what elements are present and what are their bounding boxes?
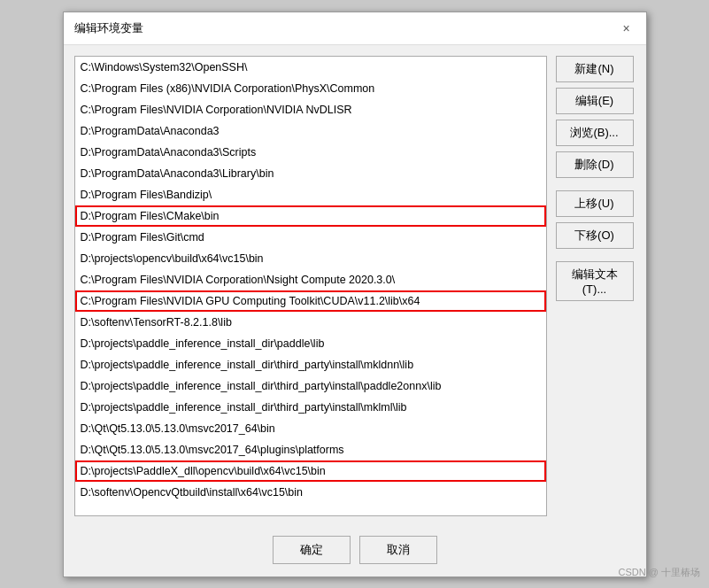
title-bar: 编辑环境变量 × bbox=[64, 12, 646, 45]
dialog-content: C:\Windows\System32\OpenSSH\C:\Program F… bbox=[64, 45, 646, 527]
delete-button[interactable]: 删除(D) bbox=[556, 151, 634, 178]
list-item[interactable]: D:\projects\paddle_inference_install_dir… bbox=[75, 397, 546, 418]
move-up-button[interactable]: 上移(U) bbox=[556, 190, 634, 217]
close-button[interactable]: × bbox=[618, 19, 636, 37]
list-item[interactable]: D:\ProgramData\Anaconda3\Library\bin bbox=[75, 163, 546, 184]
action-buttons: 新建(N) 编辑(E) 浏览(B)... 删除(D) 上移(U) 下移(O) 编… bbox=[556, 56, 636, 516]
browse-button[interactable]: 浏览(B)... bbox=[556, 120, 634, 146]
list-item[interactable]: D:\softenv\OpencvQtbuild\install\x64\vc1… bbox=[75, 482, 546, 503]
move-down-button[interactable]: 下移(O) bbox=[556, 222, 634, 249]
list-item[interactable]: D:\Qt\Qt5.13.0\5.13.0\msvc2017_64\bin bbox=[75, 418, 546, 439]
list-item[interactable]: C:\Program Files\NVIDIA Corporation\NVID… bbox=[75, 99, 546, 120]
list-item[interactable]: C:\Windows\System32\OpenSSH\ bbox=[75, 57, 546, 78]
env-var-list[interactable]: C:\Windows\System32\OpenSSH\C:\Program F… bbox=[74, 56, 547, 516]
list-item[interactable]: D:\ProgramData\Anaconda3\Scripts bbox=[75, 142, 546, 163]
list-item[interactable]: D:\Program Files\Git\cmd bbox=[75, 227, 546, 248]
list-item[interactable]: D:\Program Files\CMake\bin bbox=[75, 205, 546, 227]
list-item[interactable]: D:\ProgramData\Anaconda3 bbox=[75, 120, 546, 142]
list-item[interactable]: C:\Program Files (x86)\NVIDIA Corporatio… bbox=[75, 78, 546, 99]
list-item[interactable]: D:\softenv\TensorRT-8.2.1.8\lib bbox=[75, 312, 546, 333]
watermark: CSDN @ 十里椿场 bbox=[619, 566, 700, 579]
cancel-button[interactable]: 取消 bbox=[359, 536, 437, 564]
ok-button[interactable]: 确定 bbox=[273, 536, 351, 564]
list-item[interactable]: D:\projects\PaddleX_dll\opencv\build\x64… bbox=[75, 460, 546, 482]
list-item[interactable]: D:\projects\opencv\build\x64\vc15\bin bbox=[75, 248, 546, 269]
list-item[interactable]: D:\Program Files\Bandizip\ bbox=[75, 184, 546, 205]
edit-text-button[interactable]: 编辑文本(T)... bbox=[556, 261, 634, 301]
list-item[interactable]: D:\projects\paddle_inference_install_dir… bbox=[75, 375, 546, 397]
list-item[interactable]: C:\Program Files\NVIDIA Corporation\Nsig… bbox=[75, 269, 546, 290]
new-button[interactable]: 新建(N) bbox=[556, 56, 634, 82]
list-item[interactable]: C:\Program Files\NVIDIA GPU Computing To… bbox=[75, 290, 546, 312]
dialog-footer: 确定 取消 bbox=[64, 527, 646, 576]
dialog-title: 编辑环境变量 bbox=[74, 20, 143, 36]
list-item[interactable]: D:\Qt\Qt5.13.0\5.13.0\msvc2017_64\plugin… bbox=[75, 439, 546, 460]
list-item[interactable]: D:\projects\paddle_inference_install_dir… bbox=[75, 354, 546, 375]
edit-button[interactable]: 编辑(E) bbox=[556, 88, 634, 114]
list-item[interactable]: D:\projects\paddle_inference_install_dir… bbox=[75, 333, 546, 354]
edit-env-dialog: 编辑环境变量 × C:\Windows\System32\OpenSSH\C:\… bbox=[63, 12, 647, 577]
